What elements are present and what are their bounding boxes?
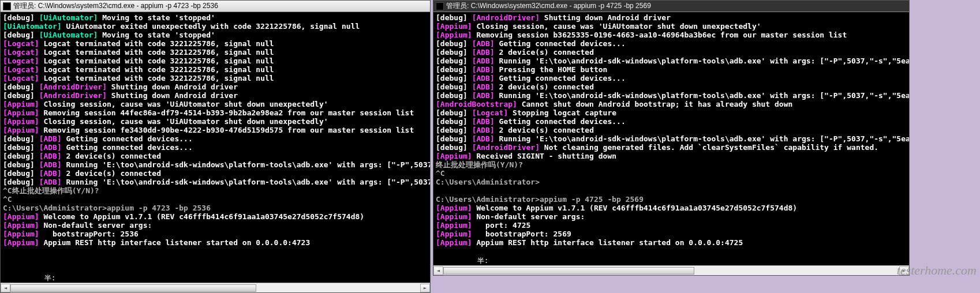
terminal-line: [Appium] Welcome to Appium v1.7.1 (REV c…: [3, 212, 428, 221]
terminal-line: [Appium] Non-default server args:: [436, 212, 907, 221]
terminal-line: [debug] [ADB] Getting connected devices.…: [3, 143, 428, 152]
terminal-line: [debug] [UiAutomator] Moving to state 's…: [3, 13, 428, 22]
terminal-line: [debug] [ADB] Running 'E:\too\android-sd…: [3, 160, 428, 169]
terminal-line: [debug] [Logcat] Stopping logcat capture: [436, 108, 907, 117]
window-title-right: 管理员: C:\Windows\system32\cmd.exe - appiu…: [446, 1, 651, 11]
terminal-line: [debug] [ADB] 2 device(s) connected: [3, 169, 428, 178]
terminal-line: [UiAutomator] UiAutomator exited unexpec…: [3, 22, 428, 31]
terminal-line: [Appium] bootstrapPort: 2569: [436, 230, 907, 238]
terminal-line: [debug] [ADB] Running 'E:\too\android-sd…: [3, 178, 428, 186]
terminal-line: [Appium] bootstrapPort: 2536: [3, 230, 428, 238]
scroll-thumb-right[interactable]: [443, 267, 694, 275]
scroll-track-right[interactable]: [443, 266, 899, 275]
scroll-left-button[interactable]: ◄: [1, 284, 10, 292]
cmd-icon: [3, 2, 11, 10]
terminal-line: [debug] [ADB] 2 device(s) connected: [436, 48, 907, 57]
scroll-thumb-left[interactable]: [10, 284, 256, 292]
terminal-line: [Appium] Closing session, cause was 'UiA…: [3, 117, 428, 126]
ime-bar-left: 半:: [1, 273, 430, 283]
terminal-line: [debug] [AndroidDriver] Shutting down An…: [3, 91, 428, 100]
terminal-line: [Appium] Closing session, cause was 'UiA…: [436, 22, 907, 31]
terminal-line: [Logcat] Logcat terminated with code 322…: [3, 39, 428, 48]
terminal-line: [Logcat] Logcat terminated with code 322…: [3, 57, 428, 65]
ime-status-right: 半:: [477, 256, 488, 266]
titlebar-right[interactable]: 管理员: C:\Windows\system32\cmd.exe - appiu…: [433, 1, 909, 12]
terminal-line: [Appium] Removing session b3625335-0196-…: [436, 31, 907, 39]
terminal-line: [debug] [ADB] Pressing the HOME button: [436, 65, 907, 74]
terminal-line: [debug] [ADB] Getting connected devices.…: [436, 117, 907, 126]
terminal-line: [debug] [ADB] 2 device(s) connected: [436, 82, 907, 91]
terminal-line: C:\Users\Administrator>: [436, 178, 907, 186]
terminal-line: [Appium] Removing session fe3430dd-90be-…: [3, 126, 428, 134]
terminal-line: [Appium] Removing session 44fec86a-df79-…: [3, 108, 428, 117]
terminal-right[interactable]: [debug] [AndroidDriver] Shutting down An…: [433, 12, 909, 256]
terminal-line: [debug] [AndroidDriver] Shutting down An…: [436, 13, 907, 22]
terminal-line: [debug] [ADB] Running 'E:\too\android-sd…: [436, 91, 907, 100]
cmd-icon: [436, 2, 444, 10]
scroll-track-left[interactable]: [10, 284, 420, 292]
terminal-line: [debug] [UiAutomator] Moving to state 's…: [3, 31, 428, 39]
terminal-line: [debug] [ADB] Getting connected devices.…: [436, 39, 907, 48]
scroll-right-button[interactable]: ►: [899, 266, 909, 275]
terminal-line: [Appium] port: 4725: [436, 221, 907, 230]
terminal-line: [debug] [ADB] 2 device(s) connected: [436, 126, 907, 134]
terminal-line: [debug] [ADB] Running 'E:\too\android-sd…: [436, 134, 907, 143]
terminal-line: [Appium] Received SIGINT - shutting down: [436, 152, 907, 160]
terminal-line: 终止批处理操作吗(Y/N)?: [436, 160, 907, 169]
terminal-line: [Appium] Appium REST http interface list…: [3, 238, 428, 247]
terminal-line: [debug] [AndroidDriver] Shutting down An…: [3, 82, 428, 91]
terminal-line: ^C终止批处理操作吗(Y/N)?: [3, 186, 428, 195]
terminal-line: ^C: [3, 195, 428, 204]
cmd-window-right: 管理员: C:\Windows\system32\cmd.exe - appiu…: [433, 0, 910, 276]
h-scrollbar-left[interactable]: ◄ ►: [1, 283, 430, 292]
terminal-line: [Appium] Non-default server args:: [3, 221, 428, 230]
terminal-line: [Logcat] Logcat terminated with code 322…: [3, 48, 428, 57]
terminal-left[interactable]: [debug] [UiAutomator] Moving to state 's…: [1, 12, 430, 273]
terminal-line: [debug] [ADB] Getting connected devices.…: [3, 134, 428, 143]
terminal-line: [Appium] Closing session, cause was 'UiA…: [3, 100, 428, 108]
terminal-line: ^C: [436, 169, 907, 178]
terminal-line: [debug] [ADB] Running 'E:\too\android-sd…: [436, 57, 907, 65]
terminal-line: C:\Users\Administrator>appium -p 4723 -b…: [3, 204, 428, 212]
terminal-line: C:\Users\Administrator>appium -p 4725 -b…: [436, 195, 907, 204]
scroll-right-button[interactable]: ►: [420, 284, 430, 292]
terminal-line: [Appium] Appium REST http interface list…: [436, 238, 907, 247]
terminal-line: [debug] [AndroidDriver] Not cleaning gen…: [436, 143, 907, 152]
cmd-window-left: 管理员: C:\Windows\system32\cmd.exe - appiu…: [0, 0, 431, 293]
terminal-line: [Logcat] Logcat terminated with code 322…: [3, 65, 428, 74]
titlebar-left[interactable]: 管理员: C:\Windows\system32\cmd.exe - appiu…: [1, 1, 430, 12]
scroll-left-button[interactable]: ◄: [433, 266, 443, 275]
terminal-line: [debug] [ADB] 2 device(s) connected: [3, 152, 428, 160]
terminal-line: [debug] [ADB] Getting connected devices.…: [436, 74, 907, 82]
ime-bar-right: 半:: [433, 256, 909, 265]
h-scrollbar-right[interactable]: ◄ ►: [433, 265, 909, 275]
terminal-line: [AndroidBootstrap] Cannot shut down Andr…: [436, 100, 907, 108]
terminal-line: [436, 186, 907, 195]
window-title-left: 管理员: C:\Windows\system32\cmd.exe - appiu…: [13, 1, 218, 11]
terminal-line: [Logcat] Logcat terminated with code 322…: [3, 74, 428, 82]
ime-status-left: 半:: [44, 273, 55, 283]
terminal-line: [Appium] Welcome to Appium v1.7.1 (REV c…: [436, 204, 907, 212]
